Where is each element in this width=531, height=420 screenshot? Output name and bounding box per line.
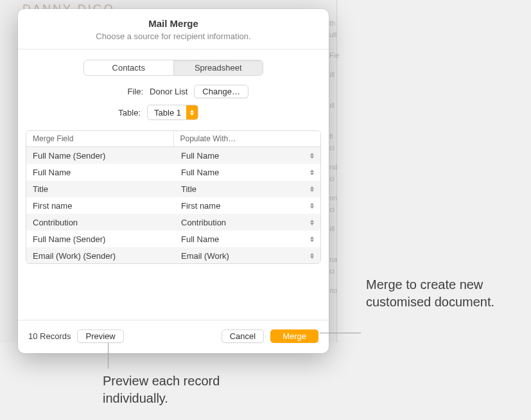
bg-text-fragment: no [329, 286, 341, 294]
populate-with-cell: Full Name [181, 234, 309, 244]
tab-spreadsheet[interactable]: Spreadsheet [174, 60, 263, 75]
merge-field-cell: Full Name (Sender) [26, 151, 175, 161]
dialog-title: Mail Merge [31, 18, 316, 29]
merge-fields-table: Merge Field Populate With… Full Name (Se… [26, 130, 321, 264]
populate-with-cell: Title [181, 184, 309, 194]
bg-text-fragment: rst [329, 163, 341, 171]
updown-icon[interactable] [309, 186, 315, 192]
populate-with-cell: Full Name [181, 151, 309, 161]
table-header-row: Merge Field Populate With… [26, 131, 320, 147]
updown-icon [186, 105, 198, 119]
bg-text-fragment: ci [329, 206, 341, 213]
table-row: Table: Table 1 [23, 105, 324, 120]
bg-text-fragment: na [329, 256, 341, 263]
bg-text-fragment: ci [329, 267, 341, 275]
source-segmented-control: Contacts Spreadsheet [83, 60, 263, 76]
merge-field-cell: First name [26, 201, 175, 211]
dialog-body: Contacts Spreadsheet File: Donor List Ch… [18, 49, 329, 320]
bg-text-fragment: th [329, 19, 341, 27]
table-row[interactable]: Full Name (Sender) Full Name [26, 231, 320, 247]
dialog-footer: 10 Records Preview Cancel Merge [18, 320, 329, 353]
populate-with-cell: First name [181, 201, 309, 211]
col-populate-with: Populate With… [174, 131, 321, 146]
preview-button[interactable]: Preview [77, 329, 123, 343]
table-row[interactable]: Title Title [26, 180, 320, 197]
populate-with-cell: Email (Work) [181, 251, 309, 261]
table-select[interactable]: Table 1 [147, 105, 198, 120]
tab-contacts[interactable]: Contacts [84, 60, 174, 75]
table-row[interactable]: First name First name [26, 197, 320, 214]
callout-leader-line [108, 343, 109, 369]
file-row: File: Donor List Change… [23, 85, 324, 98]
updown-icon[interactable] [309, 253, 315, 259]
cancel-button[interactable]: Cancel [222, 329, 264, 343]
merge-button[interactable]: Merge [270, 329, 318, 343]
merge-field-cell: Email (Work) (Sender) [26, 251, 175, 261]
populate-with-cell: Contribution [181, 218, 309, 227]
bg-text-fragment: ci [329, 144, 341, 152]
callout-leader-line [320, 333, 361, 333]
merge-field-cell: Full Name [26, 168, 175, 177]
bg-text-fragment: ıll [329, 225, 341, 232]
bg-text-fragment: ult [329, 31, 341, 39]
file-value: Donor List [150, 87, 187, 96]
populate-with-cell: Full Name [181, 168, 309, 177]
updown-icon[interactable] [309, 220, 315, 225]
merge-field-cell: Title [26, 184, 175, 194]
bg-text-fragment: on [329, 194, 341, 202]
updown-icon[interactable] [309, 153, 315, 159]
bg-text-fragment: tl [329, 132, 341, 140]
file-label: File: [73, 87, 143, 96]
bg-text-fragment: ıll [329, 101, 341, 109]
table-row[interactable]: Full Name Full Name [26, 164, 320, 180]
dialog-subtitle: Choose a source for recipient informatio… [31, 31, 316, 41]
table-label: Table: [70, 108, 141, 118]
mail-merge-dialog: Mail Merge Choose a source for recipient… [18, 9, 329, 353]
change-file-button[interactable]: Change… [194, 85, 248, 98]
updown-icon[interactable] [309, 236, 315, 242]
table-row[interactable]: Full Name (Sender) Full Name [26, 147, 320, 164]
bg-text-fragment: ıll [329, 71, 341, 78]
callout-merge: Merge to create new customised document. [366, 276, 514, 311]
table-row[interactable]: Email (Work) (Sender) Email (Work) [26, 247, 320, 264]
updown-icon[interactable] [309, 170, 315, 175]
merge-field-cell: Full Name (Sender) [26, 234, 175, 244]
updown-icon[interactable] [309, 203, 315, 209]
table-select-value: Table 1 [148, 107, 186, 119]
records-count: 10 Records [28, 331, 71, 341]
bg-text-fragment: ci [329, 175, 341, 182]
table-row[interactable]: Contribution Contribution [26, 214, 320, 231]
merge-field-cell: Contribution [26, 218, 175, 227]
bg-text-fragment: Fie [329, 51, 341, 59]
callout-preview: Preview each record individually. [103, 372, 257, 407]
col-merge-field: Merge Field [26, 131, 174, 146]
dialog-header: Mail Merge Choose a source for recipient… [18, 9, 329, 49]
